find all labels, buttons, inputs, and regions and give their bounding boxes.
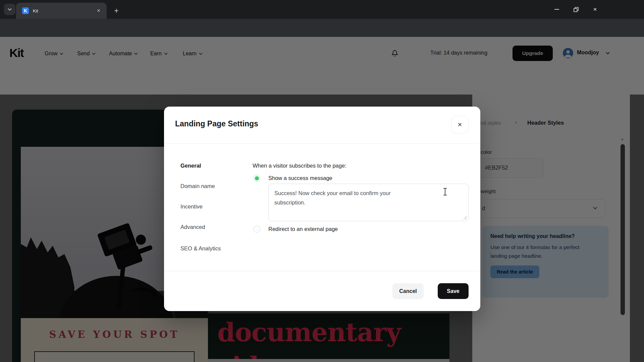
browser-tab-strip: K Kit × + × — [0, 0, 644, 19]
window-restore-button[interactable] — [569, 3, 583, 15]
new-tab-button[interactable]: + — [111, 5, 122, 16]
subscribe-prompt-label: When a visitor subscribes to the page: — [253, 163, 346, 169]
browser-toolbar: app.kit.com/forms/designers/8744155/edit… — [0, 19, 644, 37]
success-message-text: Success! Now check your email to confirm… — [274, 188, 422, 207]
cancel-button[interactable]: Cancel — [392, 283, 424, 299]
resize-handle[interactable] — [463, 216, 467, 220]
browser-tab[interactable]: K Kit × — [16, 3, 107, 19]
radio-dot — [255, 176, 259, 180]
modal-footer-divider — [164, 271, 480, 271]
tab-title: Kit — [33, 8, 95, 13]
landing-page-settings-modal: Landing Page Settings × General Domain n… — [164, 107, 480, 311]
page-viewport: Kit Grow Send Automate Earn Learn Trial:… — [0, 37, 644, 362]
text-cursor — [443, 188, 447, 195]
success-message-option-label: Show a success message — [268, 175, 332, 181]
kit-favicon: K — [22, 7, 29, 14]
redirect-option-label: Redirect to an external page — [268, 226, 338, 232]
redirect-radio[interactable] — [253, 226, 260, 233]
modal-tab-general[interactable]: General — [180, 163, 201, 169]
modal-tab-advanced[interactable]: Advanced — [180, 224, 205, 230]
success-message-textarea[interactable]: Success! Now check your email to confirm… — [268, 184, 469, 221]
tab-search-button[interactable] — [4, 4, 15, 15]
modal-tab-incentive[interactable]: Incentive — [180, 203, 203, 210]
modal-tab-seo-analytics[interactable]: SEO & Analytics — [180, 245, 221, 252]
window-minimize-button[interactable] — [550, 3, 564, 15]
close-icon: × — [458, 120, 462, 129]
modal-tab-domain-name[interactable]: Domain name — [180, 183, 215, 189]
tab-close-icon[interactable]: × — [95, 7, 103, 15]
save-button[interactable]: Save — [438, 283, 469, 299]
modal-title: Landing Page Settings — [175, 119, 258, 128]
modal-header-divider — [164, 143, 480, 144]
modal-close-button[interactable]: × — [451, 116, 469, 133]
success-message-radio[interactable] — [253, 175, 260, 182]
window-close-button[interactable]: × — [588, 3, 602, 15]
